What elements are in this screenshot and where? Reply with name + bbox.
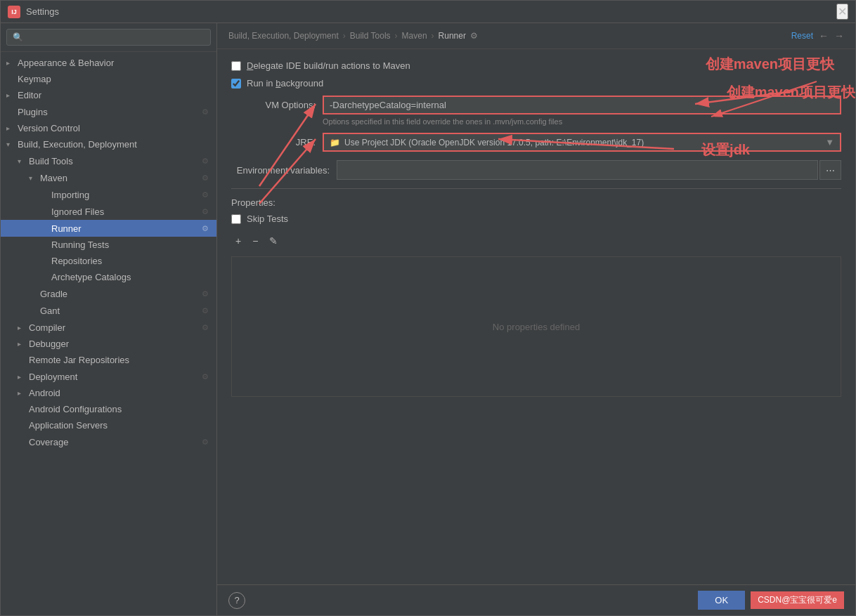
settings-window: IJ Settings ✕ ▸Appearance & BehaviorKeym…: [0, 0, 856, 616]
sidebar-search-container: [1, 23, 216, 52]
sidebar-item-gradle[interactable]: Gradle⚙: [1, 285, 216, 302]
breadcrumb-bar: Build, Execution, Deployment › Build Too…: [217, 23, 855, 49]
sidebar-item-plugins[interactable]: Plugins⚙: [1, 103, 216, 120]
delegate-row: Delegate IDE build/run actions to Maven: [231, 60, 841, 71]
jre-chevron-icon: ▼: [825, 137, 834, 148]
tree-label-repositories: Repositories: [51, 256, 211, 266]
tree-label-deployment: Deployment: [29, 372, 197, 382]
properties-empty-state: No properties defined: [231, 256, 841, 397]
reset-button[interactable]: Reset: [791, 31, 813, 41]
sidebar-item-keymap[interactable]: Keymap: [1, 71, 216, 87]
breadcrumb-sep-2: ›: [432, 31, 434, 41]
breadcrumb-sep-1: ›: [395, 31, 398, 41]
sidebar-item-ignored-files[interactable]: Ignored Files⚙: [1, 203, 216, 220]
sidebar-item-runner[interactable]: Runner⚙: [1, 220, 216, 237]
sidebar-item-editor[interactable]: ▸Editor: [1, 87, 216, 103]
sidebar-item-importing[interactable]: Importing⚙: [1, 186, 216, 203]
edit-property-button[interactable]: ✎: [265, 234, 282, 248]
csdn-badge: CSDN@宝宝很可爱e: [751, 591, 844, 609]
properties-section: Properties: Skip Tests + − ✎ No properti…: [231, 197, 841, 397]
skip-tests-row: Skip Tests: [231, 214, 841, 224]
sidebar-item-gant[interactable]: Gant⚙: [1, 302, 216, 319]
sidebar-item-running-tests[interactable]: Running Tests: [1, 237, 216, 253]
sidebar-item-remote-jar[interactable]: Remote Jar Repositories: [1, 352, 216, 368]
gear-icon-runner: ⚙: [200, 223, 211, 234]
skip-tests-checkbox[interactable]: [231, 214, 241, 224]
env-input[interactable]: [337, 160, 818, 180]
help-button[interactable]: ?: [228, 592, 245, 609]
sidebar-item-build-tools[interactable]: ▾Build Tools⚙: [1, 152, 216, 169]
tree-arrow-build-execution: ▾: [6, 140, 18, 148]
jre-row: JRE: 📁 Use Project JDK (Oracle OpenJDK v…: [231, 133, 841, 152]
properties-label: Properties:: [231, 197, 841, 208]
breadcrumb-part-1: Build Tools: [350, 31, 391, 41]
jre-section: JRE: 📁 Use Project JDK (Oracle OpenJDK v…: [231, 133, 841, 152]
search-input[interactable]: [6, 29, 211, 46]
breadcrumb: Build, Execution, Deployment › Build Too…: [228, 31, 791, 41]
bottom-actions: OK CSDN@宝宝很可爱e: [698, 591, 844, 610]
tree-arrow-android: ▸: [18, 389, 29, 397]
sidebar-item-maven[interactable]: ▾Maven⚙: [1, 169, 216, 186]
tree-arrow-appearance: ▸: [6, 59, 18, 67]
tree-label-remote-jar: Remote Jar Repositories: [29, 355, 211, 365]
gear-icon-plugins: ⚙: [200, 106, 211, 117]
form-area: 创建maven项目更快 Delegate IDE build/run actio…: [217, 49, 855, 584]
sidebar-item-compiler[interactable]: ▸Compiler⚙: [1, 319, 216, 336]
breadcrumb-sep-0: ›: [343, 31, 346, 41]
no-properties-text: No properties defined: [493, 322, 580, 332]
gear-icon-compiler: ⚙: [200, 322, 211, 333]
sidebar-item-repositories[interactable]: Repositories: [1, 253, 216, 269]
gear-icon-ignored-files: ⚙: [200, 206, 211, 217]
sidebar-item-android[interactable]: ▸Android: [1, 385, 216, 401]
env-browse-button[interactable]: ⋯: [819, 160, 841, 180]
run-background-label: Run in background: [247, 78, 323, 89]
run-background-checkbox[interactable]: [231, 79, 241, 89]
gear-icon-importing: ⚙: [200, 189, 211, 200]
vm-options-input[interactable]: [323, 96, 841, 114]
tree-label-gant: Gant: [40, 306, 197, 316]
ok-button[interactable]: OK: [698, 591, 745, 610]
delegate-label-text: elegate IDE build/run actions to Maven: [253, 60, 410, 71]
delegate-label-underline: D: [247, 60, 253, 71]
close-button[interactable]: ✕: [836, 4, 848, 20]
env-row: Environment variables: ⋯: [231, 160, 841, 180]
tree-arrow-debugger: ▸: [18, 340, 29, 348]
tree-label-android: Android: [29, 388, 211, 398]
tree-label-version-control: Version Control: [18, 123, 211, 133]
tree-label-app-servers: Application Servers: [29, 420, 211, 431]
divider: [231, 188, 841, 189]
tree-label-maven: Maven: [40, 173, 197, 183]
tree-label-gradle: Gradle: [40, 289, 197, 299]
sidebar-item-appearance[interactable]: ▸Appearance & Behavior: [1, 55, 216, 71]
app-icon: IJ: [8, 6, 20, 18]
tree-label-compiler: Compiler: [29, 322, 197, 333]
sidebar-item-deployment[interactable]: ▸Deployment⚙: [1, 368, 216, 385]
delegate-checkbox[interactable]: [231, 61, 241, 71]
remove-property-button[interactable]: −: [248, 234, 262, 248]
tree-label-importing: Importing: [51, 190, 197, 200]
back-button[interactable]: ←: [819, 30, 829, 41]
sidebar-item-version-control[interactable]: ▸Version Control: [1, 120, 216, 136]
properties-toolbar: + − ✎: [231, 231, 841, 251]
sidebar-item-coverage[interactable]: Coverage⚙: [1, 433, 216, 450]
sidebar-item-archetype-catalogs[interactable]: Archetype Catalogs: [1, 269, 216, 285]
sidebar-item-android-configs[interactable]: Android Configurations: [1, 401, 216, 417]
sidebar-item-debugger[interactable]: ▸Debugger: [1, 336, 216, 352]
add-property-button[interactable]: +: [231, 234, 245, 248]
tree-arrow-deployment: ▸: [18, 373, 29, 381]
window-title: Settings: [26, 6, 836, 17]
skip-tests-label: Skip Tests: [247, 214, 288, 224]
sidebar-item-app-servers[interactable]: Application Servers: [1, 417, 216, 433]
jre-select[interactable]: 📁 Use Project JDK (Oracle OpenJDK versio…: [323, 133, 841, 152]
gear-icon-build-tools: ⚙: [200, 155, 211, 166]
vm-options-label: VM Options:: [231, 100, 316, 110]
sidebar-tree: ▸Appearance & BehaviorKeymap▸EditorPlugi…: [1, 52, 216, 615]
gear-icon-coverage: ⚙: [200, 436, 211, 447]
tree-label-build-execution: Build, Execution, Deployment: [18, 139, 211, 150]
breadcrumb-part-0: Build, Execution, Deployment: [228, 31, 339, 41]
forward-button[interactable]: →: [834, 30, 844, 41]
sidebar-item-build-execution[interactable]: ▾Build, Execution, Deployment: [1, 136, 216, 152]
tree-arrow-compiler: ▸: [18, 324, 29, 332]
tree-label-android-configs: Android Configurations: [29, 404, 211, 414]
vm-options-section: VM Options:: [231, 96, 841, 114]
